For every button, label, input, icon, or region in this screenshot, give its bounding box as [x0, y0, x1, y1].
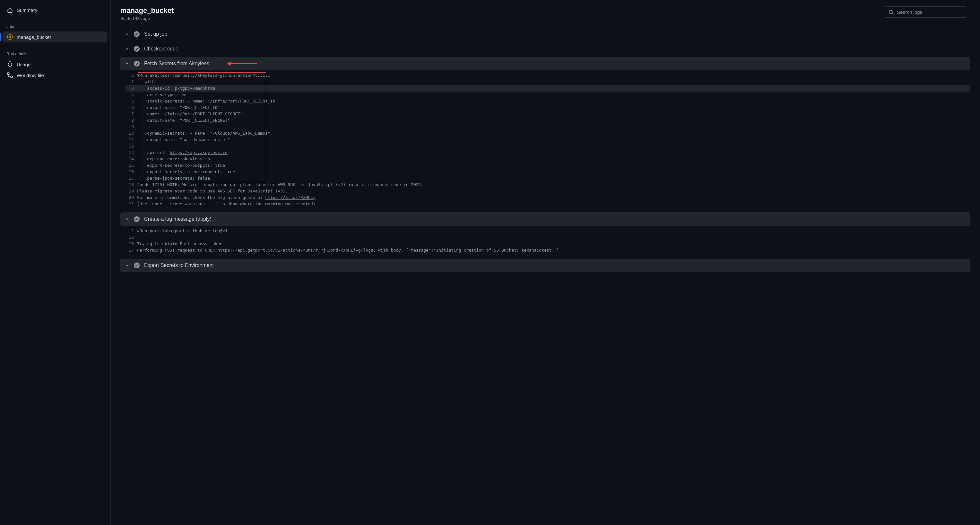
status-running-icon — [7, 34, 13, 40]
log-text — [137, 124, 970, 130]
chevron-down-icon — [125, 217, 129, 221]
log-link[interactable]: https://api.akeyless.io — [170, 150, 228, 155]
log-line: 13 api-url: https://api.akeyless.io — [126, 149, 970, 156]
log-text: gcp-audience: akeyless.io — [137, 156, 970, 162]
header: manage_bucket Started 43s ago — [111, 0, 980, 27]
line-number: 7 — [126, 111, 137, 117]
log-line: 12 — [126, 143, 970, 149]
log-text: output-name: "aws_dynamic_secret" — [137, 137, 970, 143]
line-number: 3 — [126, 85, 137, 92]
log-text: output-name: "PORT_CLIENT_SECRET" — [137, 117, 970, 124]
step-fetch-secrets[interactable]: Fetch Secrets from Akeyless — [120, 57, 970, 70]
line-number: 15 — [126, 162, 137, 169]
sidebar-workflow-file-label: Workflow file — [17, 73, 44, 78]
sidebar-job-manage-bucket[interactable]: manage_bucket — [3, 32, 107, 42]
line-number: 12 — [126, 143, 137, 149]
check-icon — [134, 61, 140, 67]
stopwatch-icon — [7, 61, 13, 67]
step-label: Checkout code — [144, 46, 178, 52]
chevron-down-icon — [125, 61, 129, 66]
log-line: 9 — [126, 124, 970, 130]
log-text: Trying to obtain Port access token — [137, 241, 970, 247]
log-line: 17 parse-json-secrets: false — [126, 175, 970, 182]
check-icon — [134, 46, 140, 52]
log-line: 15 export-secrets-to-outputs: true — [126, 162, 970, 169]
divider — [3, 18, 107, 18]
log-line: 16 export-secrets-to-environment: true — [126, 169, 970, 175]
line-number: 11 — [126, 137, 137, 143]
log-text: (node:1745) NOTE: We are formalizing our… — [137, 182, 970, 188]
log-line: 5 static-secrets: - name: "/Infra/Port/P… — [126, 98, 970, 104]
line-number: 18 — [126, 182, 137, 188]
log-line: 20For more information, check the migrat… — [126, 195, 970, 201]
step-create-log-message[interactable]: Create a log message (apply) — [120, 212, 970, 226]
line-number: 1 — [126, 228, 137, 234]
page-title: manage_bucket — [120, 6, 173, 15]
line-number: 1 — [126, 72, 137, 79]
log-text: (Use `node --trace-warnings ...` to show… — [137, 201, 970, 207]
log-text: output-name: "PORT_CLIENT_ID" — [137, 104, 970, 111]
log-text: api-url: https://api.akeyless.io — [137, 149, 970, 156]
log-line: 7 - name: "/Infra/Port/PORT_CLIENT_SECRE… — [126, 111, 970, 117]
log-link[interactable]: https://api.getport.io/v1/actions/runs/r… — [217, 248, 375, 252]
log-line: 21(Use `node --trace-warnings ...` to sh… — [126, 201, 970, 207]
sidebar-workflow-file[interactable]: Workflow file — [3, 70, 107, 81]
log-line: 17Performing POST request to URL: https:… — [126, 247, 970, 254]
log-text: static-secrets: - name: "/Infra/Port/POR… — [137, 98, 970, 104]
line-number: 17 — [126, 247, 137, 254]
sidebar-job-label: manage_bucket — [17, 34, 51, 40]
log-line: 2 with: — [126, 79, 970, 85]
chevron-down-icon — [125, 263, 129, 268]
step-setup-job[interactable]: Set up job — [120, 27, 970, 41]
line-number: 14 — [126, 156, 137, 162]
log-text: ▼Run akeyless-community/akeyless-github-… — [137, 72, 970, 79]
home-icon — [7, 7, 13, 13]
log-text — [137, 143, 970, 149]
step-checkout-code[interactable]: Checkout code — [120, 42, 970, 56]
line-number: 21 — [126, 201, 137, 207]
svg-rect-1 — [7, 73, 9, 75]
search-logs[interactable] — [884, 6, 967, 18]
log-line: 4 access-type: jwt — [126, 92, 970, 98]
line-number: 6 — [126, 104, 137, 111]
line-number: 20 — [126, 195, 137, 201]
log-text: ▸Run port-labs/port-github-action@v1 — [137, 228, 970, 234]
step-export-secrets[interactable]: Export Secrets to Environment — [120, 259, 970, 272]
log-text: export-secrets-to-environment: true — [137, 169, 970, 175]
step-label: Export Secrets to Environment — [144, 263, 214, 268]
step-label: Set up job — [144, 31, 167, 37]
search-icon — [889, 10, 894, 15]
log-text: dynamic-secrets: - name: "/Clouds/AWS_La… — [137, 130, 970, 137]
workflow-icon — [7, 72, 13, 78]
log-text: - name: "/Infra/Port/PORT_CLIENT_SECRET" — [137, 111, 970, 117]
main-panel: manage_bucket Started 43s ago Set up job — [111, 0, 980, 525]
sidebar-usage-label: Usage — [17, 62, 30, 67]
log-line: 6 output-name: "PORT_CLIENT_ID" — [126, 104, 970, 111]
check-icon — [134, 31, 140, 37]
log-link[interactable]: https://a.co/7PzMCcy — [265, 195, 315, 200]
log-line: 10 dynamic-secrets: - name: "/Clouds/AWS… — [126, 130, 970, 137]
line-number: 16 — [126, 241, 137, 247]
sidebar-summary[interactable]: Summary — [3, 4, 107, 16]
log-text: Performing POST request to URL: https://… — [137, 247, 970, 254]
log-text: For more information, check the migratio… — [137, 195, 970, 201]
log-text: parse-json-secrets: false — [137, 175, 970, 182]
started-ago: Started 43s ago — [120, 16, 173, 21]
jobs-heading: Jobs — [3, 22, 107, 32]
log-line: 11 output-name: "aws_dynamic_secret" — [126, 137, 970, 143]
steps-list: Set up job Checkout code — [111, 27, 980, 525]
line-number: 19 — [126, 188, 137, 195]
sidebar-usage[interactable]: Usage — [3, 59, 107, 70]
step-label: Create a log message (apply) — [144, 216, 212, 222]
log-text: with: — [137, 79, 970, 85]
chevron-right-icon — [125, 32, 129, 36]
log-fetch-secrets: 1▼Run akeyless-community/akeyless-github… — [126, 72, 970, 207]
line-number: 8 — [126, 117, 137, 124]
line-number: 16 — [126, 169, 137, 175]
log-line: 18(node:1745) NOTE: We are formalizing o… — [126, 182, 970, 188]
log-line: 16Trying to obtain Port access token — [126, 241, 970, 247]
log-line: 16 — [126, 234, 970, 241]
log-line: 8 output-name: "PORT_CLIENT_SECRET" — [126, 117, 970, 124]
search-input[interactable] — [897, 9, 963, 15]
run-details-heading: Run details — [3, 49, 107, 59]
